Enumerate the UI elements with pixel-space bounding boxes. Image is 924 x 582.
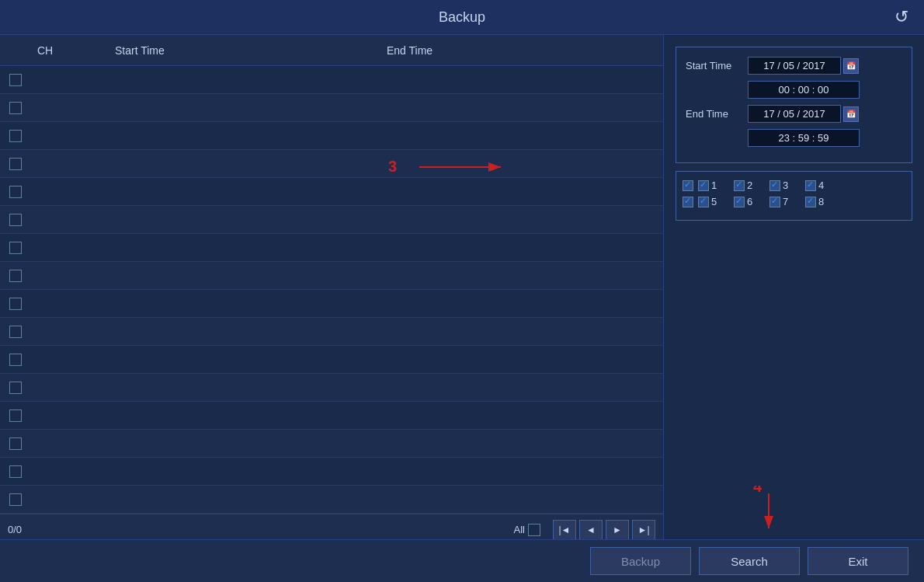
start-date-input[interactable]: 17 / 05 / 2017 bbox=[748, 57, 841, 75]
table-row[interactable] bbox=[0, 150, 663, 178]
table-area: CH Start Time End Time bbox=[0, 35, 664, 539]
row-check-8[interactable] bbox=[0, 298, 31, 310]
ch-checkbox-4[interactable] bbox=[805, 180, 816, 191]
ch-checkbox-7[interactable] bbox=[769, 197, 780, 207]
row-check-7[interactable] bbox=[0, 270, 31, 282]
title-bar: Backup ↺ bbox=[0, 0, 924, 35]
ch-label-5: 5 bbox=[711, 196, 717, 207]
ch-label-6: 6 bbox=[747, 196, 752, 207]
table-rows bbox=[0, 66, 663, 514]
ch-item-8: 8 bbox=[805, 196, 836, 207]
table-row[interactable] bbox=[0, 346, 663, 374]
start-time-row: Start Time 17 / 05 / 2017 📅 bbox=[686, 57, 902, 75]
table-row[interactable] bbox=[0, 178, 663, 206]
row-check-13[interactable] bbox=[0, 437, 31, 450]
all-checkbox[interactable] bbox=[528, 524, 540, 536]
row-check-4[interactable] bbox=[0, 186, 31, 198]
table-row[interactable] bbox=[0, 486, 663, 514]
row-check-9[interactable] bbox=[0, 326, 31, 338]
end-date-input[interactable]: 17 / 05 / 2017 bbox=[748, 105, 841, 123]
row-check-6[interactable] bbox=[0, 242, 31, 254]
header-end-time: End Time bbox=[380, 44, 656, 57]
ch-checkbox-2[interactable] bbox=[734, 180, 745, 191]
page-info: 0/0 bbox=[8, 524, 22, 535]
table-header: CH Start Time End Time bbox=[0, 35, 663, 66]
table-row[interactable] bbox=[0, 234, 663, 262]
row-check-0[interactable] bbox=[0, 74, 31, 86]
end-time-input-row: 23 : 59 : 59 bbox=[686, 129, 902, 147]
channel-row-1: 1 2 3 4 bbox=[683, 179, 905, 191]
row-check-12[interactable] bbox=[0, 409, 31, 422]
end-time-label: End Time bbox=[686, 108, 748, 120]
end-time-row: End Time 17 / 05 / 2017 📅 bbox=[686, 105, 902, 123]
row-check-2[interactable] bbox=[0, 130, 31, 142]
table-row[interactable] bbox=[0, 430, 663, 458]
start-time-input[interactable]: 00 : 00 : 00 bbox=[748, 81, 860, 99]
row-check-1[interactable] bbox=[0, 102, 31, 114]
ch-item-3: 3 bbox=[769, 179, 801, 191]
row-check-11[interactable] bbox=[0, 382, 31, 394]
ch-label-7: 7 bbox=[783, 196, 788, 207]
all-channels-checkbox-2[interactable] bbox=[683, 197, 693, 207]
start-time-input-row: 00 : 00 : 00 bbox=[686, 81, 902, 99]
ch-item-1: 1 bbox=[698, 179, 729, 191]
ch-item-6: 6 bbox=[734, 196, 765, 207]
table-row[interactable] bbox=[0, 402, 663, 430]
table-row[interactable] bbox=[0, 318, 663, 346]
channel-box: 1 2 3 4 5 bbox=[676, 171, 912, 221]
table-row[interactable] bbox=[0, 458, 663, 486]
search-button[interactable]: Search bbox=[699, 547, 800, 575]
nav-next[interactable]: ► bbox=[606, 520, 629, 540]
main-content: CH Start Time End Time bbox=[0, 35, 924, 539]
table-row[interactable] bbox=[0, 66, 663, 94]
ch-item-4: 4 bbox=[805, 179, 836, 191]
backup-button[interactable]: Backup bbox=[590, 547, 691, 575]
back-button[interactable]: ↺ bbox=[894, 7, 908, 27]
start-calendar-icon[interactable]: 📅 bbox=[843, 58, 859, 74]
ch-checkbox-8[interactable] bbox=[805, 197, 816, 207]
table-row[interactable] bbox=[0, 122, 663, 150]
table-row[interactable] bbox=[0, 206, 663, 234]
end-calendar-icon[interactable]: 📅 bbox=[843, 106, 859, 122]
row-check-3[interactable] bbox=[0, 158, 31, 170]
table-row[interactable] bbox=[0, 94, 663, 122]
header-start-time: Start Time bbox=[109, 44, 380, 57]
start-time-label: Start Time bbox=[686, 60, 748, 71]
ch-item-7: 7 bbox=[769, 196, 801, 207]
table-row[interactable] bbox=[0, 374, 663, 402]
row-check-14[interactable] bbox=[0, 465, 31, 478]
nav-prev[interactable]: ◄ bbox=[579, 520, 603, 540]
ch-item-5: 5 bbox=[698, 196, 729, 207]
ch-label-8: 8 bbox=[818, 196, 824, 207]
end-time-input[interactable]: 23 : 59 : 59 bbox=[748, 129, 860, 147]
exit-button[interactable]: Exit bbox=[808, 547, 908, 575]
nav-first[interactable]: |◄ bbox=[553, 520, 576, 540]
header-ch: CH bbox=[31, 44, 109, 57]
ch-label-3: 3 bbox=[783, 179, 788, 191]
ch-label-1: 1 bbox=[711, 179, 717, 191]
row-check-15[interactable] bbox=[0, 493, 31, 506]
ch-checkbox-6[interactable] bbox=[734, 197, 745, 207]
row-check-5[interactable] bbox=[0, 214, 31, 226]
ch-label-4: 4 bbox=[818, 179, 824, 191]
ch-checkbox-5[interactable] bbox=[698, 197, 709, 207]
ch-item-2: 2 bbox=[734, 179, 765, 191]
all-label: All bbox=[514, 524, 525, 535]
search-params-box: Start Time 17 / 05 / 2017 📅 00 : 00 : 00… bbox=[676, 47, 912, 163]
row-check-10[interactable] bbox=[0, 354, 31, 366]
nav-buttons: |◄ ◄ ► ►| bbox=[553, 520, 655, 540]
channel-row-2: 5 6 7 8 bbox=[683, 196, 905, 207]
all-channels-checkbox[interactable] bbox=[683, 180, 693, 191]
ch-label-2: 2 bbox=[747, 179, 752, 191]
table-row[interactable] bbox=[0, 290, 663, 318]
table-row[interactable] bbox=[0, 262, 663, 290]
page-title: Backup bbox=[439, 9, 485, 26]
nav-last[interactable]: ►| bbox=[632, 520, 655, 540]
bottom-bar: Backup Search Exit bbox=[0, 539, 924, 582]
right-panel: Start Time 17 / 05 / 2017 📅 00 : 00 : 00… bbox=[664, 35, 924, 539]
ch-checkbox-3[interactable] bbox=[769, 180, 780, 191]
ch-checkbox-1[interactable] bbox=[698, 180, 709, 191]
